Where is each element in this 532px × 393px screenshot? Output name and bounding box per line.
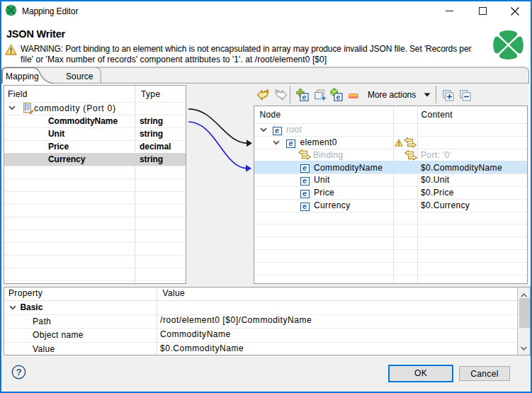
svg-text:?: ? bbox=[16, 367, 21, 377]
svg-text:e: e bbox=[302, 92, 306, 101]
svg-text:e: e bbox=[336, 92, 340, 101]
